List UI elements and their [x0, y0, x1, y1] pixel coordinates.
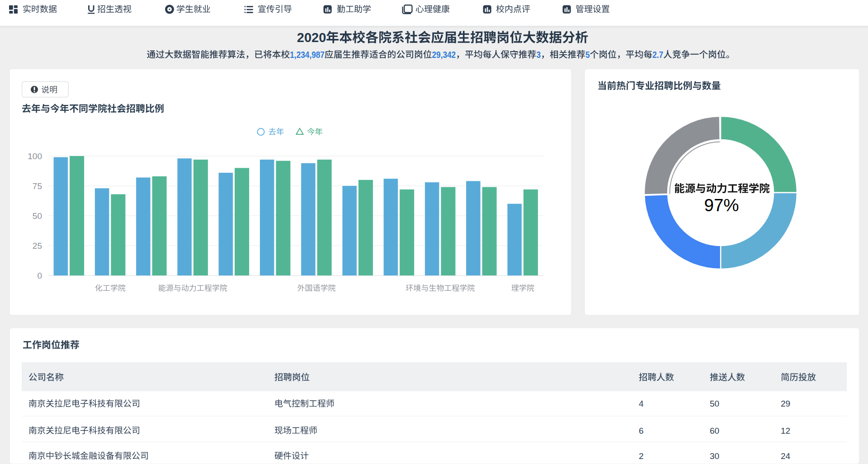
svg-text:3: 3 [536, 50, 541, 60]
svg-text:2020: 2020 [297, 30, 326, 45]
svg-text:60: 60 [710, 426, 719, 436]
svg-text:5: 5 [585, 50, 590, 60]
svg-text:97%: 97% [704, 195, 739, 215]
svg-text:75: 75 [33, 181, 42, 191]
svg-text:12: 12 [781, 426, 790, 436]
svg-text:50: 50 [33, 211, 42, 221]
svg-text:24: 24 [781, 451, 791, 461]
svg-text:29,342: 29,342 [432, 50, 456, 60]
svg-text:100: 100 [28, 152, 42, 161]
svg-text:30: 30 [710, 451, 719, 461]
svg-text:1,234,987: 1,234,987 [290, 50, 325, 60]
svg-text:2.7: 2.7 [652, 50, 663, 60]
svg-text:0: 0 [37, 271, 42, 280]
svg-text:4: 4 [639, 399, 644, 408]
svg-text:29: 29 [781, 399, 790, 408]
svg-text:25: 25 [33, 241, 42, 251]
svg-text:50: 50 [710, 399, 719, 408]
svg-text:6: 6 [639, 426, 644, 436]
svg-text:2: 2 [639, 451, 644, 461]
